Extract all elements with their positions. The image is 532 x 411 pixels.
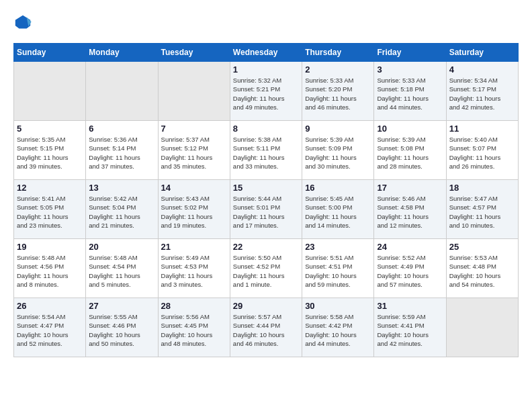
day-info: Sunrise: 5:32 AM Sunset: 5:21 PM Dayligh… [233, 76, 299, 111]
day-info: Sunrise: 5:59 AM Sunset: 4:41 PM Dayligh… [377, 312, 443, 348]
day-info: Sunrise: 5:36 AM Sunset: 5:14 PM Dayligh… [89, 135, 154, 171]
calendar-cell: 25Sunrise: 5:53 AM Sunset: 4:48 PM Dayli… [446, 239, 518, 298]
day-info: Sunrise: 5:44 AM Sunset: 5:01 PM Dayligh… [233, 194, 299, 230]
day-number: 17 [377, 183, 443, 193]
calendar-cell [14, 62, 86, 121]
calendar-cell: 30Sunrise: 5:58 AM Sunset: 4:42 PM Dayli… [302, 298, 374, 357]
weekday-header-sunday: Sunday [14, 44, 86, 62]
day-number: 7 [161, 124, 227, 134]
weekday-header-monday: Monday [86, 44, 158, 62]
day-info: Sunrise: 5:40 AM Sunset: 5:07 PM Dayligh… [449, 135, 515, 171]
calendar-cell: 16Sunrise: 5:45 AM Sunset: 5:00 PM Dayli… [302, 180, 374, 239]
day-info: Sunrise: 5:48 AM Sunset: 4:56 PM Dayligh… [17, 253, 83, 289]
logo-icon [13, 13, 32, 32]
calendar-cell: 23Sunrise: 5:51 AM Sunset: 4:51 PM Dayli… [302, 239, 374, 298]
day-number: 22 [233, 242, 299, 252]
day-number: 9 [305, 124, 371, 134]
day-number: 26 [17, 301, 83, 311]
day-info: Sunrise: 5:49 AM Sunset: 4:53 PM Dayligh… [161, 253, 227, 289]
day-info: Sunrise: 5:46 AM Sunset: 4:58 PM Dayligh… [377, 194, 443, 230]
calendar-cell: 21Sunrise: 5:49 AM Sunset: 4:53 PM Dayli… [158, 239, 230, 298]
day-number: 14 [161, 183, 227, 193]
day-info: Sunrise: 5:43 AM Sunset: 5:02 PM Dayligh… [161, 194, 227, 230]
day-info: Sunrise: 5:47 AM Sunset: 4:57 PM Dayligh… [449, 194, 515, 230]
calendar-cell: 13Sunrise: 5:42 AM Sunset: 5:04 PM Dayli… [86, 180, 158, 239]
day-info: Sunrise: 5:39 AM Sunset: 5:08 PM Dayligh… [377, 135, 443, 171]
calendar-cell: 9Sunrise: 5:39 AM Sunset: 5:09 PM Daylig… [302, 121, 374, 180]
day-number: 25 [449, 242, 515, 252]
day-info: Sunrise: 5:37 AM Sunset: 5:12 PM Dayligh… [161, 135, 227, 171]
weekday-header-tuesday: Tuesday [158, 44, 230, 62]
calendar-cell: 19Sunrise: 5:48 AM Sunset: 4:56 PM Dayli… [14, 239, 86, 298]
day-info: Sunrise: 5:58 AM Sunset: 4:42 PM Dayligh… [305, 312, 371, 348]
day-info: Sunrise: 5:55 AM Sunset: 4:46 PM Dayligh… [89, 312, 154, 348]
day-number: 10 [377, 124, 443, 134]
day-info: Sunrise: 5:45 AM Sunset: 5:00 PM Dayligh… [305, 194, 371, 230]
day-info: Sunrise: 5:39 AM Sunset: 5:09 PM Dayligh… [305, 135, 371, 171]
calendar-cell [158, 62, 230, 121]
day-info: Sunrise: 5:54 AM Sunset: 4:47 PM Dayligh… [17, 312, 83, 348]
calendar-cell [446, 298, 518, 357]
calendar-cell: 2Sunrise: 5:33 AM Sunset: 5:20 PM Daylig… [302, 62, 374, 121]
day-info: Sunrise: 5:33 AM Sunset: 5:18 PM Dayligh… [377, 76, 443, 111]
day-number: 12 [17, 183, 83, 193]
calendar-cell: 31Sunrise: 5:59 AM Sunset: 4:41 PM Dayli… [374, 298, 446, 357]
day-number: 11 [449, 124, 515, 134]
calendar-cell: 8Sunrise: 5:38 AM Sunset: 5:11 PM Daylig… [230, 121, 302, 180]
page-header [13, 13, 519, 32]
day-number: 23 [305, 242, 371, 252]
day-number: 31 [377, 301, 443, 311]
weekday-header-friday: Friday [374, 44, 446, 62]
logo [13, 13, 35, 32]
calendar-cell: 7Sunrise: 5:37 AM Sunset: 5:12 PM Daylig… [158, 121, 230, 180]
day-number: 29 [233, 301, 299, 311]
calendar-cell: 26Sunrise: 5:54 AM Sunset: 4:47 PM Dayli… [14, 298, 86, 357]
calendar-cell: 24Sunrise: 5:52 AM Sunset: 4:49 PM Dayli… [374, 239, 446, 298]
weekday-header-saturday: Saturday [446, 44, 518, 62]
calendar-cell: 1Sunrise: 5:32 AM Sunset: 5:21 PM Daylig… [230, 62, 302, 121]
calendar-cell: 22Sunrise: 5:50 AM Sunset: 4:52 PM Dayli… [230, 239, 302, 298]
calendar-cell: 11Sunrise: 5:40 AM Sunset: 5:07 PM Dayli… [446, 121, 518, 180]
calendar-cell: 14Sunrise: 5:43 AM Sunset: 5:02 PM Dayli… [158, 180, 230, 239]
day-info: Sunrise: 5:57 AM Sunset: 4:44 PM Dayligh… [233, 312, 299, 348]
day-number: 3 [377, 64, 443, 75]
calendar-cell: 15Sunrise: 5:44 AM Sunset: 5:01 PM Dayli… [230, 180, 302, 239]
day-number: 5 [17, 124, 83, 134]
day-info: Sunrise: 5:52 AM Sunset: 4:49 PM Dayligh… [377, 253, 443, 289]
calendar-cell: 5Sunrise: 5:35 AM Sunset: 5:15 PM Daylig… [14, 121, 86, 180]
day-number: 4 [449, 64, 515, 75]
day-number: 16 [305, 183, 371, 193]
day-info: Sunrise: 5:42 AM Sunset: 5:04 PM Dayligh… [89, 194, 154, 230]
day-info: Sunrise: 5:53 AM Sunset: 4:48 PM Dayligh… [449, 253, 515, 289]
day-info: Sunrise: 5:38 AM Sunset: 5:11 PM Dayligh… [233, 135, 299, 171]
day-info: Sunrise: 5:56 AM Sunset: 4:45 PM Dayligh… [161, 312, 227, 348]
calendar-cell: 4Sunrise: 5:34 AM Sunset: 5:17 PM Daylig… [446, 62, 518, 121]
day-info: Sunrise: 5:34 AM Sunset: 5:17 PM Dayligh… [449, 76, 515, 111]
calendar-cell: 29Sunrise: 5:57 AM Sunset: 4:44 PM Dayli… [230, 298, 302, 357]
day-number: 28 [161, 301, 227, 311]
day-info: Sunrise: 5:48 AM Sunset: 4:54 PM Dayligh… [89, 253, 154, 289]
day-number: 13 [89, 183, 154, 193]
day-number: 21 [161, 242, 227, 252]
day-info: Sunrise: 5:50 AM Sunset: 4:52 PM Dayligh… [233, 253, 299, 289]
calendar-cell: 12Sunrise: 5:41 AM Sunset: 5:05 PM Dayli… [14, 180, 86, 239]
weekday-header-thursday: Thursday [302, 44, 374, 62]
day-info: Sunrise: 5:35 AM Sunset: 5:15 PM Dayligh… [17, 135, 83, 171]
calendar-cell [86, 62, 158, 121]
day-number: 1 [233, 64, 299, 75]
day-number: 18 [449, 183, 515, 193]
day-number: 19 [17, 242, 83, 252]
day-info: Sunrise: 5:33 AM Sunset: 5:20 PM Dayligh… [305, 76, 371, 111]
day-number: 27 [89, 301, 154, 311]
day-number: 30 [305, 301, 371, 311]
calendar-cell: 17Sunrise: 5:46 AM Sunset: 4:58 PM Dayli… [374, 180, 446, 239]
calendar-cell: 6Sunrise: 5:36 AM Sunset: 5:14 PM Daylig… [86, 121, 158, 180]
day-number: 2 [305, 64, 371, 75]
weekday-header-wednesday: Wednesday [230, 44, 302, 62]
calendar-cell: 10Sunrise: 5:39 AM Sunset: 5:08 PM Dayli… [374, 121, 446, 180]
day-info: Sunrise: 5:51 AM Sunset: 4:51 PM Dayligh… [305, 253, 371, 289]
day-info: Sunrise: 5:41 AM Sunset: 5:05 PM Dayligh… [17, 194, 83, 230]
calendar-cell: 18Sunrise: 5:47 AM Sunset: 4:57 PM Dayli… [446, 180, 518, 239]
calendar-cell: 20Sunrise: 5:48 AM Sunset: 4:54 PM Dayli… [86, 239, 158, 298]
calendar-table: SundayMondayTuesdayWednesdayThursdayFrid… [13, 43, 519, 357]
